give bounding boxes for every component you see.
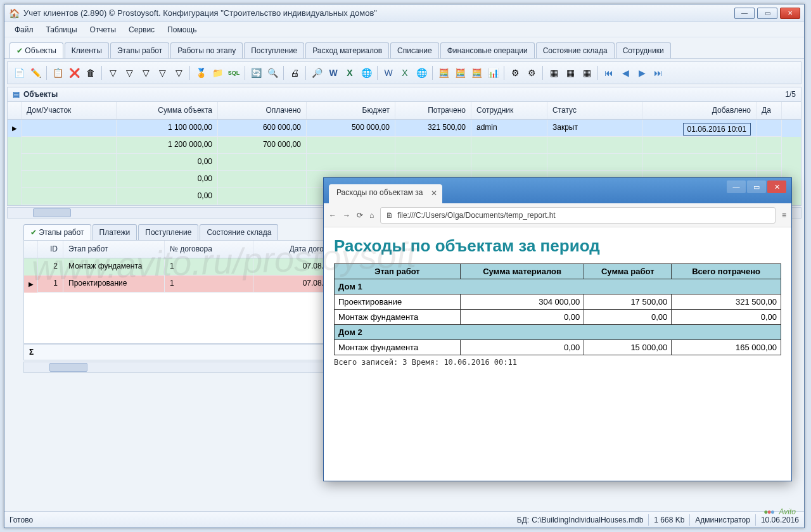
subtab-stock[interactable]: Состояние склада <box>200 224 278 240</box>
scol-date[interactable]: Дата дого <box>253 241 329 258</box>
close-button[interactable]: ✕ <box>780 8 800 19</box>
tool-refresh-icon[interactable]: 🔄 <box>248 65 264 80</box>
table-row[interactable]: 1 200 000,00700 000,00 <box>8 137 801 154</box>
avito-logo: ●●● Avito <box>763 495 796 519</box>
col-emp[interactable]: Сотрудник <box>471 102 547 119</box>
status-db-size: 1 668 Kb <box>654 516 684 524</box>
browser-min-button[interactable]: — <box>727 180 746 193</box>
browser-fwd-icon[interactable]: → <box>343 211 350 220</box>
browser-reload-icon[interactable]: ⟳ <box>357 211 363 220</box>
col-added[interactable]: Добавлено <box>642 102 757 119</box>
maximize-button[interactable]: ▭ <box>757 8 777 19</box>
table-row[interactable]: ▶1 100 000,00600 000,00500 000,00321 500… <box>8 120 801 137</box>
tool-delete-icon[interactable]: ❌ <box>67 65 82 80</box>
browser-tab-close-icon[interactable]: ✕ <box>431 189 437 198</box>
minimize-button[interactable]: — <box>734 8 755 19</box>
menu-file[interactable]: Файл <box>10 23 39 36</box>
browser-max-button[interactable]: ▭ <box>747 180 766 193</box>
subtab-stages[interactable]: Этапы работ <box>23 224 91 240</box>
tool-gear2-icon[interactable]: ⚙ <box>524 65 539 80</box>
scol-stage[interactable]: Этап работ <box>63 241 165 258</box>
tab-finance-ops[interactable]: Финансовые операции <box>440 42 535 58</box>
sigma-label: Σ <box>29 348 34 357</box>
tab-stage-works[interactable]: Работы по этапу <box>170 42 243 58</box>
col-budget[interactable]: Бюджет <box>307 102 395 119</box>
tool-copy-icon[interactable]: 📋 <box>50 65 65 80</box>
scol-id[interactable]: ID <box>38 241 63 258</box>
tab-objects[interactable]: Объекты <box>10 42 63 58</box>
tool-print-icon[interactable]: 🖨 <box>287 65 302 80</box>
browser-tab[interactable]: Расходы по объектам за ✕ <box>329 184 442 203</box>
nav-last-icon[interactable]: ⏭ <box>651 65 666 80</box>
file-icon: 🗎 <box>386 211 393 220</box>
tool-calc3-icon[interactable]: 🧮 <box>469 65 484 80</box>
tab-material-expense[interactable]: Расход материалов <box>305 42 389 58</box>
browser-url-text: file:///C:/Users/Olga/Documents/temp_rep… <box>397 211 555 220</box>
table-row[interactable]: 0,00 <box>8 154 801 171</box>
tab-writeoff[interactable]: Списание <box>390 42 439 58</box>
tool-edit-icon[interactable]: ✏️ <box>28 65 43 80</box>
window-title: Учет клиентов (2.890) © Prostoysoft. Кон… <box>23 8 734 18</box>
col-status[interactable]: Статус <box>547 102 642 119</box>
tool-export-word-icon[interactable]: W <box>381 65 396 80</box>
tool-table3-icon[interactable]: ▦ <box>579 65 594 80</box>
tool-export-html-icon[interactable]: 🌐 <box>414 65 429 80</box>
tool-html-icon[interactable]: 🌐 <box>359 65 374 80</box>
col-house[interactable]: Дом/Участок <box>22 102 117 119</box>
browser-titlebar[interactable]: Расходы по объектам за ✕ — ▭ ✕ <box>324 178 791 203</box>
browser-toolbar: ← → ⟳ ⌂ 🗎 file:///C:/Users/Olga/Document… <box>324 203 791 227</box>
tool-sql-icon[interactable]: SQL <box>226 65 241 80</box>
tool-find-icon[interactable]: 🔍 <box>265 65 280 80</box>
scol-contract[interactable]: № договора <box>165 241 253 258</box>
tool-remove-icon[interactable]: 🗑 <box>83 65 98 80</box>
section-icon: ▤ <box>13 90 20 99</box>
tool-word-icon[interactable]: W <box>326 65 341 80</box>
menu-help[interactable]: Помощь <box>162 23 201 36</box>
tab-stock-state[interactable]: Состояние склада <box>536 42 615 58</box>
subtab-payments[interactable]: Платежи <box>93 224 137 240</box>
section-title: Объекты <box>23 90 58 99</box>
tool-filter1-icon[interactable]: ▽ <box>105 65 120 80</box>
col-paid[interactable]: Оплачено <box>218 102 307 119</box>
col-spent[interactable]: Потрачено <box>395 102 471 119</box>
tool-table2-icon[interactable]: ▦ <box>563 65 578 80</box>
tool-table1-icon[interactable]: ▦ <box>546 65 561 80</box>
browser-back-icon[interactable]: ← <box>329 211 336 220</box>
menu-reports[interactable]: Отчеты <box>85 23 121 36</box>
menubar: Файл Таблицы Отчеты Сервис Помощь <box>4 22 804 37</box>
nav-first-icon[interactable]: ⏮ <box>601 65 616 80</box>
nav-next-icon[interactable]: ▶ <box>634 65 649 80</box>
browser-menu-icon[interactable]: ≡ <box>782 211 786 220</box>
browser-url-field[interactable]: 🗎 file:///C:/Users/Olga/Documents/temp_r… <box>380 207 776 224</box>
tool-filter2-icon[interactable]: ▽ <box>122 65 137 80</box>
tool-excel-icon[interactable]: X <box>342 65 357 80</box>
menu-tables[interactable]: Таблицы <box>41 23 82 36</box>
subtab-income[interactable]: Поступление <box>138 224 198 240</box>
tool-preview-icon[interactable]: 🔎 <box>309 65 324 80</box>
titlebar[interactable]: 🏠 Учет клиентов (2.890) © Prostoysoft. К… <box>4 4 804 22</box>
tool-export-excel-icon[interactable]: X <box>397 65 412 80</box>
tool-medal-icon[interactable]: 🏅 <box>193 65 208 80</box>
tool-calc2-icon[interactable]: 🧮 <box>452 65 468 80</box>
tool-filter5-icon[interactable]: ▽ <box>171 65 186 80</box>
tool-filter3-icon[interactable]: ▽ <box>138 65 153 80</box>
section-header: ▤ Объекты 1/5 <box>7 87 801 102</box>
tool-calc1-icon[interactable]: 🧮 <box>436 65 451 80</box>
browser-home-icon[interactable]: ⌂ <box>369 211 374 220</box>
tool-gear1-icon[interactable]: ⚙ <box>508 65 523 80</box>
col-extra[interactable]: Да <box>757 102 782 119</box>
status-user: Администратор <box>695 516 750 524</box>
tab-clients[interactable]: Клиенты <box>65 42 109 58</box>
tool-chart-icon[interactable]: 📊 <box>485 65 501 80</box>
browser-close-button[interactable]: ✕ <box>767 180 786 193</box>
tab-stages[interactable]: Этапы работ <box>110 42 169 58</box>
tab-income[interactable]: Поступление <box>244 42 304 58</box>
tool-folder-icon[interactable]: 📁 <box>210 65 225 80</box>
menu-service[interactable]: Сервис <box>124 23 160 36</box>
tab-employees[interactable]: Сотрудники <box>616 42 671 58</box>
tool-filter4-icon[interactable]: ▽ <box>155 65 170 80</box>
grid-header: Дом/Участок Сумма объекта Оплачено Бюдже… <box>8 102 801 120</box>
col-sum[interactable]: Сумма объекта <box>117 102 218 119</box>
tool-new-icon[interactable]: 📄 <box>11 65 27 80</box>
nav-prev-icon[interactable]: ◀ <box>618 65 633 80</box>
